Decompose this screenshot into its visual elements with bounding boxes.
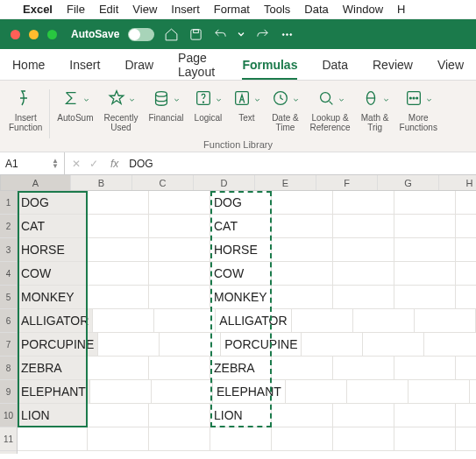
col-header-A[interactable]: A: [1, 175, 71, 190]
cell-F10[interactable]: [333, 404, 394, 427]
cell-D3[interactable]: HORSE: [210, 238, 272, 262]
cell-F9[interactable]: [347, 380, 409, 404]
cell-F2[interactable]: [333, 215, 394, 238]
col-header-B[interactable]: B: [71, 175, 132, 190]
cell-G3[interactable]: [394, 238, 456, 262]
cell-H8[interactable]: [456, 357, 476, 380]
row-header-7[interactable]: 7: [0, 333, 17, 357]
cell-G7[interactable]: [424, 333, 476, 357]
cell-F5[interactable]: [333, 286, 394, 309]
cell-B6[interactable]: [93, 309, 154, 333]
tab-view[interactable]: View: [437, 58, 464, 72]
cancel-icon[interactable]: ✕: [72, 158, 81, 170]
cell-B1[interactable]: [88, 191, 149, 215]
cell-C1[interactable]: [149, 191, 210, 215]
menu-window[interactable]: Window: [343, 3, 383, 16]
cell-B8[interactable]: [88, 357, 149, 380]
row-header-2[interactable]: 2: [0, 215, 17, 238]
cell-D8[interactable]: ZEBRA: [210, 357, 272, 380]
col-header-E[interactable]: E: [255, 175, 316, 190]
confirm-icon[interactable]: ✓: [89, 158, 98, 170]
cell-A9[interactable]: ELEPHANT: [18, 380, 90, 404]
cell-A6[interactable]: ALLIGATOR: [18, 309, 93, 333]
cell-F4[interactable]: [333, 262, 394, 286]
tab-data[interactable]: Data: [322, 58, 348, 72]
cell-D7[interactable]: PORCUPINE: [221, 333, 302, 357]
cell-H11[interactable]: [456, 427, 476, 451]
cell-C5[interactable]: [149, 286, 210, 309]
cell-A8[interactable]: ZEBRA: [18, 357, 88, 380]
col-header-D[interactable]: D: [194, 175, 255, 190]
cell-D6[interactable]: ALLIGATOR: [216, 309, 291, 333]
cell-D9[interactable]: ELEPHANT: [213, 380, 286, 404]
more-icon[interactable]: [279, 26, 295, 42]
more-functions-button[interactable]: More Functions: [394, 86, 443, 142]
undo-icon[interactable]: [212, 26, 228, 42]
cell-E2[interactable]: [272, 215, 333, 238]
cell-C8[interactable]: [149, 357, 210, 380]
col-header-G[interactable]: G: [378, 175, 439, 190]
cell-A4[interactable]: COW: [18, 262, 88, 286]
cell-D10[interactable]: LION: [210, 404, 272, 427]
tab-page-layout[interactable]: Page Layout: [178, 51, 217, 79]
cell-D11[interactable]: [210, 427, 272, 451]
cell-F6[interactable]: [353, 309, 415, 333]
cell-E1[interactable]: [272, 191, 333, 215]
cell-E8[interactable]: [272, 357, 333, 380]
name-box[interactable]: A1 ▲▼: [0, 152, 65, 174]
cell-C9[interactable]: [152, 380, 213, 404]
worksheet-grid[interactable]: 1234567891011 DOGDOGCATCATHORSEHORSECOWC…: [0, 191, 476, 454]
tab-insert[interactable]: Insert: [69, 58, 100, 72]
cell-C10[interactable]: [149, 404, 210, 427]
cell-B7[interactable]: [98, 333, 160, 357]
math-trig-button[interactable]: Math & Trig: [356, 86, 394, 142]
cell-A10[interactable]: LION: [18, 404, 88, 427]
cell-H3[interactable]: [456, 238, 476, 262]
row-header-6[interactable]: 6: [0, 309, 17, 333]
cell-G2[interactable]: [394, 215, 456, 238]
menu-format[interactable]: Format: [214, 3, 250, 16]
lookup-button[interactable]: Lookup & Reference: [304, 86, 355, 142]
undo-menu-icon[interactable]: [237, 26, 245, 42]
cell-B2[interactable]: [88, 215, 149, 238]
save-icon[interactable]: [188, 26, 203, 42]
cell-H5[interactable]: [456, 286, 476, 309]
cell-E11[interactable]: [272, 427, 333, 451]
row-header-9[interactable]: 9: [0, 380, 17, 404]
cell-G1[interactable]: [394, 191, 456, 215]
cell-H9[interactable]: [470, 380, 476, 404]
cell-F8[interactable]: [333, 357, 394, 380]
autosum-button[interactable]: AutoSum: [52, 86, 98, 142]
cell-A11[interactable]: [18, 427, 88, 451]
row-header-4[interactable]: 4: [0, 262, 17, 286]
cell-H1[interactable]: [456, 191, 476, 215]
cell-A3[interactable]: HORSE: [18, 238, 88, 262]
cell-E9[interactable]: [286, 380, 347, 404]
cell-F3[interactable]: [333, 238, 394, 262]
cell-G4[interactable]: [394, 262, 456, 286]
cell-E3[interactable]: [272, 238, 333, 262]
recently-used-button[interactable]: Recently Used: [99, 86, 144, 142]
col-header-F[interactable]: F: [316, 175, 378, 190]
cell-E4[interactable]: [272, 262, 333, 286]
cell-D1[interactable]: DOG: [210, 191, 272, 215]
cell-C3[interactable]: [149, 238, 210, 262]
menu-data[interactable]: Data: [304, 3, 328, 16]
tab-home[interactable]: Home: [12, 58, 45, 72]
cell-F7[interactable]: [363, 333, 424, 357]
cell-D5[interactable]: MONKEY: [210, 286, 272, 309]
row-header-5[interactable]: 5: [0, 286, 17, 309]
row-header-3[interactable]: 3: [0, 238, 17, 262]
cell-G9[interactable]: [409, 380, 470, 404]
cell-B10[interactable]: [88, 404, 149, 427]
cell-B11[interactable]: [88, 427, 149, 451]
row-header-1[interactable]: 1: [0, 191, 17, 215]
cell-H10[interactable]: [456, 404, 476, 427]
zoom-icon[interactable]: [47, 30, 57, 39]
autosave-toggle[interactable]: [128, 28, 154, 41]
tab-review[interactable]: Review: [373, 58, 413, 72]
cell-G5[interactable]: [394, 286, 456, 309]
cell-G10[interactable]: [394, 404, 456, 427]
cell-E10[interactable]: [272, 404, 333, 427]
formula-value[interactable]: DOG: [124, 158, 153, 170]
